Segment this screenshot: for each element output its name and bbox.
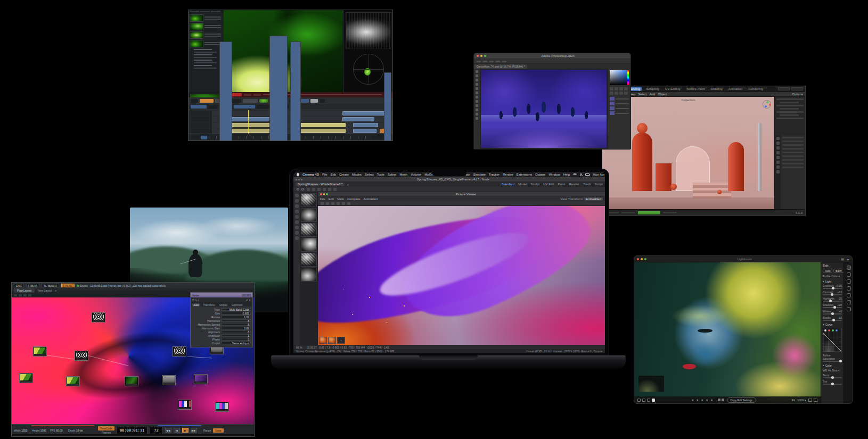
record-strip[interactable] <box>224 92 393 97</box>
property-value[interactable]: 0.885 <box>222 312 251 314</box>
menu-item[interactable]: Extensions <box>517 173 532 176</box>
layout-tab[interactable]: Render <box>569 183 579 186</box>
star-rating[interactable]: ★ ★ ★ ★ ★ <box>691 398 714 402</box>
apple-logo-icon[interactable] <box>297 173 299 176</box>
auto-button[interactable]: Auto <box>823 269 832 273</box>
cloud-icon[interactable]: ☁ <box>846 257 849 261</box>
frame-display[interactable]: 72 <box>150 427 162 434</box>
slider-knob[interactable] <box>831 312 834 315</box>
next-frame-button[interactable]: ▶▶ <box>191 428 197 433</box>
properties-tabs[interactable] <box>775 135 781 209</box>
slider-track[interactable] <box>823 320 842 321</box>
crop-tool-icon[interactable] <box>847 272 851 277</box>
tool-icon[interactable] <box>326 202 329 205</box>
portrait-photo[interactable]: ★ ★ ★ ★ ★ Copy Edit Settings Fit : 100% … <box>634 262 821 403</box>
redo-icon[interactable]: ⟳ <box>301 187 305 192</box>
slider-track[interactable] <box>823 313 842 314</box>
curve-channels[interactable] <box>823 328 841 333</box>
layout-tab[interactable]: Sculpt <box>530 183 539 186</box>
track-header[interactable] <box>190 117 213 122</box>
battery-icon[interactable] <box>585 173 589 176</box>
minimize-button[interactable] <box>323 193 325 195</box>
setup-button[interactable] <box>219 42 232 141</box>
navigation-gizmo[interactable] <box>763 100 771 109</box>
menu-item[interactable]: Window <box>548 173 560 176</box>
mesh-thumbnail[interactable] <box>301 193 317 207</box>
white-balance-row[interactable]: WBAs Shot ▾ <box>823 369 842 372</box>
outliner-panel[interactable] <box>774 97 805 135</box>
mesh-thumbnail[interactable] <box>301 223 317 237</box>
zoom-button[interactable] <box>644 258 646 260</box>
tool-option[interactable] <box>483 61 487 62</box>
properties-tab[interactable]: Auto <box>192 303 200 307</box>
grade-button[interactable] <box>269 36 288 142</box>
slider-track[interactable] <box>823 294 842 295</box>
tool-option[interactable] <box>502 61 506 62</box>
clip-thumbnail[interactable] <box>190 14 203 22</box>
slider-track[interactable] <box>823 288 842 289</box>
setup-button[interactable] <box>208 105 218 109</box>
edit-tool-icon[interactable] <box>847 266 851 270</box>
search-icon[interactable] <box>580 173 582 176</box>
workspace-tab[interactable]: Sculpting <box>644 87 661 91</box>
property-value[interactable]: 0 <box>222 338 251 341</box>
tool-option[interactable] <box>477 61 481 62</box>
edit-slider[interactable]: Temp <box>823 374 842 378</box>
menu-item[interactable]: Modes <box>352 173 362 176</box>
slider-track[interactable] <box>823 384 842 385</box>
slider-knob[interactable] <box>831 376 834 379</box>
setup-button[interactable] <box>234 105 255 109</box>
menu-item[interactable]: Tools <box>377 173 384 176</box>
menu-item[interactable]: Animation <box>364 197 378 201</box>
color-section-header[interactable]: Color <box>823 364 842 367</box>
workspace-tab[interactable]: UV Editing <box>664 87 682 91</box>
setup-button[interactable] <box>290 42 301 141</box>
adjustments-grid[interactable] <box>610 87 629 95</box>
canvas-area[interactable] <box>480 69 608 149</box>
menu-clock[interactable]: Mon Apr 1 9:41 AM <box>593 173 605 176</box>
viewport-menu[interactable]: Add <box>650 93 656 96</box>
help-icon[interactable]: ? 🗀 i <box>192 299 199 302</box>
document-tab[interactable]: SpringShapes - WholeScene? * <box>296 183 345 186</box>
layer-row[interactable] <box>610 102 629 105</box>
picture-viewer-titlebar[interactable]: Picture Viewer <box>318 192 605 197</box>
healing-tool-icon[interactable] <box>847 279 851 284</box>
layout-tab-active[interactable]: Flow Layout <box>14 288 35 293</box>
tool-icon[interactable] <box>23 294 27 296</box>
setup-button[interactable] <box>191 105 207 109</box>
curve-section-header[interactable]: Curve <box>823 323 842 326</box>
track-header[interactable] <box>190 128 213 134</box>
clip-thumbnail[interactable] <box>190 31 203 39</box>
property-value[interactable]: 8 <box>222 319 251 322</box>
transport-button[interactable] <box>201 136 207 139</box>
tool-icon[interactable] <box>307 188 310 191</box>
mesh-thumbnail[interactable] <box>301 268 317 281</box>
media-thumb-row[interactable] <box>190 23 223 30</box>
versions-icon[interactable] <box>847 300 851 304</box>
menu-item[interactable]: File <box>322 173 327 176</box>
tool-icon[interactable] <box>333 188 337 191</box>
layer-row[interactable] <box>610 111 629 115</box>
material-thumb[interactable] <box>319 337 327 344</box>
slider-knob[interactable] <box>831 293 833 296</box>
tool-option[interactable] <box>496 61 500 62</box>
timecode-field[interactable] <box>372 136 382 139</box>
clip[interactable] <box>299 129 346 133</box>
slider-knob[interactable] <box>831 383 834 385</box>
presets-icon[interactable] <box>847 293 851 297</box>
layout-tab[interactable]: Paint <box>558 183 566 186</box>
menu-item[interactable]: Render <box>503 173 513 176</box>
timecode-display[interactable]: 00:00:01:11 <box>117 427 148 434</box>
green-channel-dot[interactable] <box>832 329 834 332</box>
copy-edit-settings-button[interactable]: Copy Edit Settings <box>727 397 756 403</box>
node[interactable] <box>92 312 105 322</box>
layout-tab[interactable]: Script <box>595 183 603 186</box>
zoom-button[interactable] <box>484 55 486 57</box>
mesh-thumbnail[interactable] <box>301 253 317 267</box>
timecode-mode-button[interactable]: TimeCode <box>98 426 114 430</box>
layers-panel[interactable] <box>610 97 629 115</box>
timeline-ruler[interactable] <box>209 136 370 139</box>
c4d-tool-rail[interactable] <box>293 192 300 345</box>
format-field[interactable]: F 56.94 <box>26 284 39 287</box>
compare-icons[interactable] <box>808 399 817 402</box>
